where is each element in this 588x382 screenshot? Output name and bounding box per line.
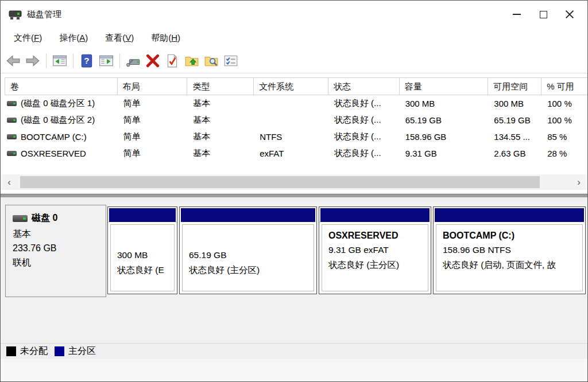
column-header-volume[interactable]: 卷 (5, 77, 118, 95)
folder-up-button[interactable] (183, 52, 201, 70)
properties-button[interactable] (163, 52, 181, 70)
disk-management-window: 磁盘管理 文件(F) 操作(A) 查看(V) 帮助(H) (0, 0, 588, 382)
partition-block-osxreserved[interactable]: OSXRESERVED 9.31 GB exFAT 状态良好 (主分区) (319, 206, 431, 294)
action-pane-icon (99, 53, 114, 68)
volume-row-osxreserved[interactable]: OSXRESERVED 简单 基本 exFAT 状态良好 (... 9.31 G… (5, 145, 588, 162)
partition-status: 状态良好 (E (117, 263, 174, 278)
status-cell: 状态良好 (... (328, 98, 400, 109)
partition-size: 65.19 GB (189, 248, 314, 263)
freespace-cell: 134.55 ... (488, 132, 541, 142)
layout-cell: 简单 (118, 148, 188, 159)
minimize-button[interactable] (504, 1, 530, 28)
freespace-cell: 2.63 GB (488, 149, 541, 158)
help-button[interactable]: ? (78, 52, 96, 70)
menu-file[interactable]: 文件(F) (5, 29, 51, 47)
legend-label-unallocated: 未分配 (20, 345, 48, 357)
svg-text:?: ? (84, 56, 89, 65)
disk-tool-icon (126, 53, 141, 68)
disk0-type: 基本 (13, 227, 106, 241)
partition-status: 状态良好 (启动, 页面文件, 故 (443, 258, 582, 272)
checklist-icon (223, 53, 238, 68)
forward-button[interactable] (24, 52, 42, 70)
minimize-icon (513, 14, 521, 15)
toolbar-separator (119, 53, 120, 68)
show-action-pane-button[interactable] (97, 52, 115, 70)
status-cell: 状态良好 (... (328, 131, 400, 142)
column-header-capacity[interactable]: 容量 (400, 77, 489, 95)
volume-name-cell: (磁盘 0 磁盘分区 2) (5, 115, 118, 126)
splitter-bar (1, 194, 587, 197)
layout-cell: 简单 (118, 98, 188, 109)
partition-size: 300 MB (117, 248, 174, 263)
disk0-title: 磁盘 0 (13, 212, 106, 224)
volume-row-bootcamp[interactable]: BOOTCAMP (C:) 简单 基本 NTFS 状态良好 (... 158.9… (5, 128, 588, 145)
partition-block-bootcamp[interactable]: BOOTCAMP (C:) 158.96 GB NTFS 状态良好 (启动, 页… (433, 206, 586, 294)
filesystem-cell: exFAT (254, 149, 328, 158)
layout-cell: 简单 (118, 115, 188, 126)
partition-status: 状态良好 (主分区) (328, 258, 428, 272)
column-header-percentfree[interactable]: % 可用 (541, 77, 588, 95)
partition-block-2[interactable]: 65.19 GB 状态良好 (主分区) (179, 206, 317, 294)
menu-help[interactable]: 帮助(H) (142, 29, 189, 47)
partition-title: OSXRESERVED (328, 228, 428, 243)
forward-icon (25, 53, 40, 68)
help-icon: ? (79, 53, 94, 68)
scrollbar-thumb[interactable] (20, 176, 540, 188)
partition-band (435, 208, 584, 222)
menu-view[interactable]: 查看(V) (96, 29, 142, 47)
type-cell: 基本 (187, 115, 254, 126)
partition-band (109, 208, 176, 222)
volume-row-partition1[interactable]: (磁盘 0 磁盘分区 1) 简单 基本 状态良好 (... 300 MB 300… (5, 95, 588, 112)
delete-volume-button[interactable] (144, 52, 162, 70)
type-cell: 基本 (187, 148, 254, 159)
scroll-right-arrow[interactable]: › (571, 174, 587, 190)
back-button[interactable] (4, 52, 22, 70)
partition-body: 65.19 GB 状态良好 (主分区) (182, 224, 314, 291)
partition-size: 9.31 GB exFAT (328, 243, 428, 258)
status-cell: 状态良好 (... (328, 115, 400, 126)
volume-name-cell: OSXRESERVED (5, 149, 118, 158)
legend-label-primary: 主分区 (68, 345, 96, 357)
volume-list-header: 卷 布局 类型 文件系统 状态 容量 可用空间 % 可用 (5, 77, 588, 95)
scroll-left-arrow[interactable]: ‹ (1, 174, 17, 190)
partition-block-efi[interactable]: 300 MB 状态良好 (E (107, 206, 177, 294)
pane-splitter[interactable] (1, 193, 587, 199)
maximize-button[interactable] (530, 1, 556, 28)
disk-icon (13, 215, 28, 222)
title-bar: 磁盘管理 (1, 1, 587, 28)
horizontal-scrollbar[interactable]: ‹ › (1, 174, 587, 190)
percentfree-cell: 85 % (541, 132, 588, 142)
column-header-status[interactable]: 状态 (328, 77, 400, 95)
disk0-summary-panel[interactable]: 磁盘 0 基本 233.76 GB 联机 (5, 205, 106, 297)
percentfree-cell: 100 % (541, 99, 588, 108)
close-button[interactable] (556, 1, 583, 28)
capacity-cell: 65.19 GB (400, 115, 489, 125)
task-list-button[interactable] (222, 52, 240, 70)
toolbar: ? (1, 48, 587, 73)
graphical-view-pane: 磁盘 0 基本 233.76 GB 联机 300 MB 状态良好 (E 65.1… (1, 199, 587, 381)
column-header-filesystem[interactable]: 文件系统 (254, 77, 328, 95)
partition-status: 状态良好 (主分区) (189, 263, 314, 278)
column-header-type[interactable]: 类型 (187, 77, 254, 95)
bottom-strip (1, 358, 587, 381)
show-console-tree-button[interactable] (51, 52, 69, 70)
explore-folder-button[interactable] (202, 52, 220, 70)
volume-icon (7, 134, 17, 139)
menu-action[interactable]: 操作(A) (51, 29, 96, 47)
filesystem-cell: NTFS (254, 132, 328, 142)
legend-bar: 未分配 主分区 (1, 343, 587, 358)
legend-swatch-unallocated (6, 346, 16, 356)
disk-tool-button[interactable] (124, 52, 142, 70)
freespace-cell: 65.19 GB (488, 115, 541, 125)
legend-swatch-primary (55, 346, 64, 356)
column-header-layout[interactable]: 布局 (118, 77, 188, 95)
toolbar-separator (46, 53, 47, 68)
partition-body: 300 MB 状态良好 (E (110, 224, 175, 291)
volume-list: 卷 布局 类型 文件系统 状态 容量 可用空间 % 可用 (磁盘 0 磁盘分区 … (5, 77, 588, 162)
volume-name-cell: (磁盘 0 磁盘分区 1) (5, 98, 118, 109)
capacity-cell: 9.31 GB (400, 149, 489, 158)
partition-size: 158.96 GB NTFS (443, 243, 582, 258)
volume-row-partition2[interactable]: (磁盘 0 磁盘分区 2) 简单 基本 状态良好 (... 65.19 GB 6… (5, 112, 588, 128)
column-header-freespace[interactable]: 可用空间 (488, 77, 541, 95)
layout-cell: 简单 (118, 131, 188, 142)
